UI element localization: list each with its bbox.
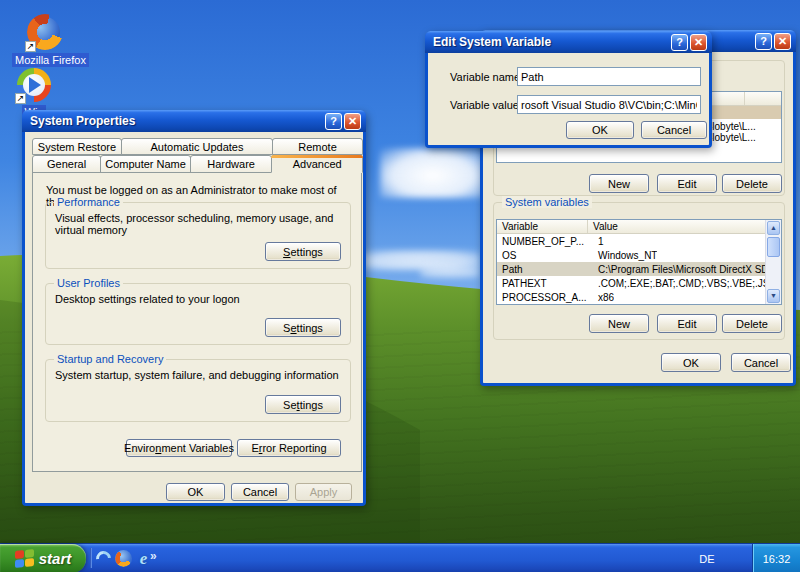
language-indicator[interactable]: DE (690, 544, 724, 572)
performance-settings-button[interactable]: Settings (265, 242, 341, 261)
system-col-variable[interactable]: Variable (497, 220, 588, 233)
scroll-up-icon[interactable]: ▲ (767, 221, 780, 235)
button-label: ment Variables (161, 442, 234, 454)
group-title: Performance (54, 196, 123, 208)
start-button[interactable]: start (0, 544, 86, 572)
variable-value-input[interactable] (517, 95, 701, 114)
user-edit-button[interactable]: Edit (657, 174, 717, 193)
window-edit-system-variable: Edit System Variable ? ✕ Variable name: … (425, 31, 712, 148)
variable-value-label: Variable value: (450, 99, 522, 111)
system-list-header[interactable]: Variable Value (497, 220, 765, 234)
close-icon[interactable]: ✕ (690, 34, 707, 51)
cloud (420, 266, 480, 278)
tab-row-1: System Restore Automatic Updates Remote (32, 138, 362, 155)
button-label: ror Reporting (262, 442, 326, 454)
button-label: Se (283, 399, 296, 411)
group-performance: Performance Visual effects, processor sc… (45, 202, 351, 269)
tab-computer-name[interactable]: Computer Name (100, 155, 191, 173)
tab-automatic-updates[interactable]: Automatic Updates (121, 138, 273, 155)
help-button[interactable]: ? (325, 113, 342, 130)
startup-settings-button[interactable]: Settings (265, 395, 341, 414)
variable-name-input[interactable] (517, 67, 701, 86)
msn-swoosh-icon[interactable] (94, 549, 113, 568)
group-system-variables: System variables Variable Value NUMBER_O… (493, 202, 785, 340)
variable-name-label: Variable name: (450, 71, 523, 83)
system-col-value[interactable]: Value (588, 220, 765, 233)
shortcut-arrow-icon: ↗ (15, 93, 26, 104)
tab-system-restore[interactable]: System Restore (32, 138, 122, 155)
group-description: System startup, system failure, and debu… (55, 369, 341, 381)
firefox-quicklaunch-icon[interactable] (114, 549, 133, 568)
button-label: S (283, 322, 290, 334)
titlebar-system-properties[interactable]: System Properties ? ✕ (22, 110, 366, 132)
scrollbar[interactable]: ▲ ▼ (765, 220, 781, 304)
cell-variable: NUMBER_OF_P... (497, 236, 588, 247)
table-row[interactable]: PATHEXT.COM;.EXE;.BAT;.CMD;.VBS;.VBE;.JS… (497, 276, 765, 290)
tab-general[interactable]: General (32, 155, 101, 173)
close-icon[interactable]: ✕ (344, 113, 361, 130)
group-title: System variables (502, 196, 592, 208)
cell-value: .COM;.EXE;.BAT;.CMD;.VBS;.VBE;.JS;... (588, 278, 765, 289)
error-reporting-button[interactable]: Error Reporting (237, 439, 341, 457)
help-button[interactable]: ? (755, 33, 772, 50)
environment-variables-button[interactable]: Environment Variables (126, 439, 232, 457)
scroll-down-icon[interactable]: ▼ (767, 289, 780, 303)
button-label: ettings (290, 246, 322, 258)
table-row[interactable]: NUMBER_OF_P...1 (497, 234, 765, 248)
system-properties-body: System Restore Automatic Updates Remote … (25, 132, 363, 503)
button-label: tings (300, 399, 323, 411)
cloud (380, 148, 485, 198)
desktop-icon-firefox[interactable]: ↗ Mozilla Firefox (12, 14, 78, 68)
button-label: E (251, 442, 258, 454)
group-user-profiles: User Profiles Desktop settings related t… (45, 283, 351, 345)
help-button[interactable]: ? (671, 34, 688, 51)
system-tray: 16:32 (752, 544, 800, 572)
close-icon[interactable]: ✕ (774, 33, 791, 50)
user-delete-button[interactable]: Delete (722, 174, 782, 193)
tab-advanced[interactable]: Advanced (271, 155, 363, 173)
table-row[interactable]: PROCESSOR_A...x86 (497, 290, 765, 304)
button-accel: S (283, 246, 290, 258)
group-description: Visual effects, processor scheduling, me… (55, 212, 341, 236)
cell-value: C:\Program Files\Microsoft DirectX SDK .… (588, 264, 765, 275)
user-row[interactable]: -lobyte\L... (709, 132, 781, 143)
media-player-icon: ↗ (17, 68, 51, 102)
system-delete-button[interactable]: Delete (722, 314, 782, 333)
tab-hardware[interactable]: Hardware (190, 155, 272, 173)
cell-value: 1 (588, 236, 604, 247)
table-row-selected[interactable]: PathC:\Program Files\Microsoft DirectX S… (497, 262, 765, 276)
ok-button[interactable]: OK (166, 483, 225, 501)
user-profiles-settings-button[interactable]: Settings (265, 318, 341, 337)
group-description: Desktop settings related to your logon (55, 293, 341, 305)
ok-button[interactable]: OK (661, 353, 721, 372)
group-startup-recovery: Startup and Recovery System startup, sys… (45, 359, 351, 422)
system-new-button[interactable]: New (589, 314, 649, 333)
user-new-button[interactable]: New (589, 174, 649, 193)
tab-remote[interactable]: Remote (272, 138, 363, 155)
quick-launch-divider (90, 548, 92, 568)
cancel-button[interactable]: Cancel (231, 483, 289, 501)
button-label: ttings (297, 322, 323, 334)
titlebar-edit-system-variable[interactable]: Edit System Variable ? ✕ (425, 31, 712, 53)
group-title: User Profiles (54, 277, 123, 289)
cell-variable: Path (497, 264, 588, 275)
desktop: ↗ Mozilla Firefox ↗ Win System Propertie… (0, 0, 800, 572)
user-row[interactable]: -lobyte\L... (709, 121, 781, 132)
quick-launch-chevron-icon[interactable]: » (150, 549, 157, 563)
cancel-button[interactable]: Cancel (641, 121, 707, 139)
advanced-tab-page: You must be logged on as an Administrato… (32, 172, 362, 472)
button-label: Enviro (124, 442, 155, 454)
cell-variable: PROCESSOR_A... (497, 292, 588, 303)
table-row[interactable]: OSWindows_NT (497, 248, 765, 262)
cancel-button[interactable]: Cancel (731, 353, 791, 372)
system-variables-list[interactable]: Variable Value NUMBER_OF_P...1 OSWindows… (496, 219, 782, 305)
apply-button[interactable]: Apply (295, 483, 352, 501)
scroll-thumb[interactable] (767, 237, 780, 257)
start-label: start (39, 550, 72, 567)
cell-value: Windows_NT (588, 250, 657, 261)
system-edit-button[interactable]: Edit (657, 314, 717, 333)
ok-button[interactable]: OK (566, 121, 634, 139)
tab-row-2: General Computer Name Hardware Advanced (32, 155, 362, 173)
user-col-value[interactable] (745, 92, 782, 105)
firefox-icon: ↗ (27, 14, 63, 50)
